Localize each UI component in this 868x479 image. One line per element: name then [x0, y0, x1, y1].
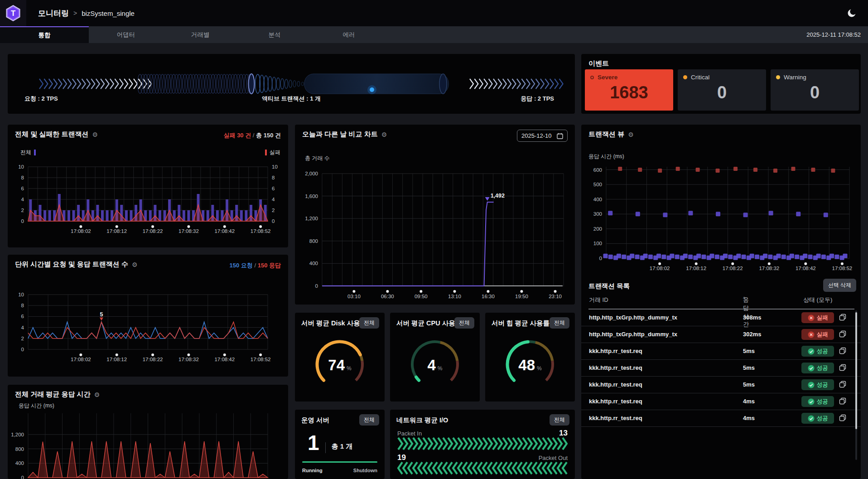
- warning-event-card[interactable]: Warning 0: [771, 69, 859, 111]
- failed-count-stat: 실패 30 건: [224, 132, 251, 139]
- column-status-filter[interactable]: 상태 (모두): [803, 296, 832, 304]
- svg-text:8: 8: [21, 303, 24, 308]
- dark-mode-toggle[interactable]: [846, 8, 857, 19]
- copy-icon: [839, 397, 846, 405]
- settings-gear-icon[interactable]: ⚙: [132, 261, 138, 268]
- critical-label: Critical: [691, 74, 709, 81]
- tab-analysis[interactable]: 분석: [237, 26, 312, 43]
- table-row[interactable]: http.http_txGrp.http_dummy_tx308ms실패: [581, 310, 861, 326]
- svg-text:500: 500: [593, 182, 602, 187]
- response-time: 4ms: [743, 398, 755, 405]
- legend-failed[interactable]: 실패: [265, 149, 280, 156]
- svg-text:0: 0: [272, 218, 275, 224]
- svg-text:1,200: 1,200: [11, 432, 24, 437]
- heap-scope-button[interactable]: 전체: [550, 317, 569, 329]
- svg-text:T: T: [11, 9, 15, 18]
- settings-gear-icon[interactable]: ⚙: [94, 391, 100, 398]
- app-logo[interactable]: T: [0, 0, 26, 26]
- cpu-scope-button[interactable]: 전체: [454, 317, 474, 329]
- packet-in-value: 13: [559, 429, 568, 438]
- legend-total[interactable]: 전체: [20, 149, 36, 156]
- active-transactions-label: 액티브 트랜잭션 : 1 개: [8, 95, 575, 103]
- severe-ring-icon: [590, 76, 594, 79]
- tab-adapter[interactable]: 어댑터: [89, 26, 163, 43]
- svg-text:300: 300: [593, 211, 602, 217]
- copy-button[interactable]: [839, 347, 847, 355]
- disk-scope-button[interactable]: 전체: [359, 317, 379, 329]
- response-time: 4ms: [743, 415, 755, 421]
- table-row[interactable]: kkk.http.rr_test.req4ms성공: [581, 393, 861, 410]
- disk-gauge-title: 서버 평균 Disk 사용률: [301, 319, 366, 328]
- severe-count: 1683: [585, 83, 673, 102]
- response-time: 302ms: [743, 331, 761, 338]
- response-time: 308ms: [743, 314, 761, 321]
- monitoring-dashboard: T 모니터링 > bizSystem_single 통합 어댑터 거래별 분석 …: [0, 0, 868, 479]
- svg-text:10: 10: [272, 164, 278, 169]
- date-picker[interactable]: 2025-12-10: [517, 130, 568, 142]
- server-card-title: 운영 서버: [301, 416, 329, 425]
- table-row[interactable]: kkk.http.rr_test.req5ms성공: [581, 343, 861, 360]
- network-scope-button[interactable]: 전체: [550, 414, 569, 426]
- transaction-rows: http.http_txGrp.http_dummy_tx308ms실패http…: [581, 310, 861, 427]
- svg-text:0: 0: [599, 256, 602, 261]
- svg-text:8: 8: [272, 175, 275, 180]
- settings-gear-icon[interactable]: ⚙: [628, 131, 634, 138]
- copy-button[interactable]: [839, 314, 847, 322]
- status-badge: 성공: [801, 379, 834, 390]
- moon-icon: [846, 8, 857, 19]
- svg-text:17:08:42: 17:08:42: [796, 266, 816, 271]
- list-scrollbar-thumb[interactable]: [855, 312, 857, 429]
- svg-text:400: 400: [593, 197, 602, 202]
- column-transaction-id[interactable]: 거래 ID: [589, 296, 608, 304]
- svg-text:4: 4: [272, 197, 275, 202]
- svg-text:4: 4: [21, 197, 24, 202]
- events-panel: 이벤트 Severe 1683 Critical 0 Warning 0: [581, 54, 861, 114]
- svg-text:400: 400: [15, 460, 24, 466]
- packet-in-label: Packet In: [397, 430, 422, 437]
- table-row[interactable]: kkk.http.rr_test.req4ms성공: [581, 410, 861, 427]
- svg-text:1,492: 1,492: [491, 193, 505, 199]
- svg-text:03:10: 03:10: [347, 294, 361, 299]
- transaction-id: kkk.http.rr_test.req: [589, 415, 642, 421]
- txview-title: 트랜잭션 뷰: [588, 130, 624, 139]
- copy-button[interactable]: [839, 414, 847, 422]
- critical-event-card[interactable]: Critical 0: [678, 69, 766, 111]
- server-scope-button[interactable]: 전체: [359, 414, 379, 426]
- packet-out-value: 19: [397, 453, 406, 462]
- svg-text:6: 6: [21, 186, 24, 191]
- failed-transactions-chart: 0022446688101017:08:0217:08:1217:08:2217…: [8, 163, 288, 240]
- copy-icon: [839, 347, 846, 354]
- legend-failed-marker: [265, 150, 267, 155]
- status-badge: 실패: [801, 329, 834, 340]
- svg-text:8: 8: [21, 175, 24, 180]
- svg-text:17:08:22: 17:08:22: [143, 357, 163, 362]
- tab-error[interactable]: 에러: [312, 26, 386, 43]
- settings-gear-icon[interactable]: ⚙: [381, 131, 387, 138]
- delete-selected-button[interactable]: 선택 삭제: [823, 279, 856, 292]
- copy-button[interactable]: [839, 330, 847, 339]
- success-circle-icon: [808, 415, 815, 422]
- copy-button[interactable]: [839, 364, 847, 372]
- calendar-icon: [557, 133, 563, 139]
- transaction-id: http.http_txGrp.http_dummy_tx: [589, 314, 677, 321]
- page-title: 모니터링: [38, 8, 69, 19]
- copy-button[interactable]: [839, 381, 847, 389]
- table-row[interactable]: kkk.http.rr_test.req5ms성공: [581, 377, 861, 393]
- tab-integrated[interactable]: 통합: [0, 26, 89, 43]
- response-time: 5ms: [743, 348, 755, 354]
- network-card-title: 네트워크 평균 I/O: [396, 416, 448, 425]
- table-row[interactable]: kkk.http.rr_test.req5ms성공: [581, 360, 861, 377]
- table-row[interactable]: http.http_txGrp.http_dummy_tx302ms실패: [581, 326, 861, 343]
- request-count-stat: 150 요청: [230, 262, 253, 269]
- copy-button[interactable]: [839, 397, 847, 406]
- svg-text:2: 2: [21, 336, 24, 341]
- settings-gear-icon[interactable]: ⚙: [92, 131, 98, 138]
- system-name[interactable]: bizSystem_single: [82, 10, 135, 17]
- total-server-count: 총 1 개: [325, 442, 353, 453]
- tab-by-transaction[interactable]: 거래별: [163, 26, 237, 43]
- severe-event-card[interactable]: Severe 1683: [585, 69, 673, 111]
- svg-text:100: 100: [593, 241, 602, 246]
- failed-panel-title: 전체 및 실패한 트랜잭션: [15, 130, 89, 139]
- total-count-stat: 총 150 건: [256, 132, 281, 139]
- sort-asc-icon: ^: [743, 296, 745, 301]
